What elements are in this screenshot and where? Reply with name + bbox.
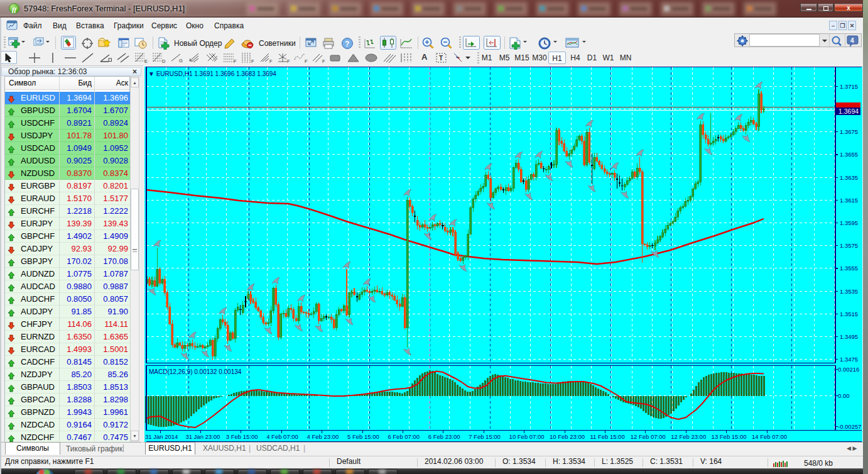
svg-text:3 Feb 15:00: 3 Feb 15:00 <box>226 433 258 440</box>
svg-text:1.3715: 1.3715 <box>840 83 858 90</box>
svg-text:11 Feb 15:00: 11 Feb 15:00 <box>590 433 624 440</box>
svg-text:31 Jan 2014: 31 Jan 2014 <box>145 433 178 440</box>
svg-text:?: ? <box>345 40 349 48</box>
svg-text:1.3535: 1.3535 <box>840 288 858 295</box>
svg-text:4: 4 <box>850 37 854 44</box>
svg-text:T: T <box>439 55 443 62</box>
svg-text:6 Feb 07:00: 6 Feb 07:00 <box>388 433 420 440</box>
svg-text:1.3635: 1.3635 <box>840 174 858 181</box>
svg-text:6 Feb 23:00: 6 Feb 23:00 <box>428 433 460 440</box>
svg-text:F: F <box>234 58 237 63</box>
svg-text:14 Feb 07:00: 14 Feb 07:00 <box>752 433 787 440</box>
svg-text:12 Feb 23:00: 12 Feb 23:00 <box>671 433 706 440</box>
svg-text:▼ EURUSD,H1 1.3691 1.3696 1.3: ▼ EURUSD,H1 1.3691 1.3696 1.3683 1.3694 <box>148 70 276 77</box>
svg-text:G: G <box>179 58 183 63</box>
svg-text:1.3595: 1.3595 <box>840 219 858 226</box>
svg-text:-0.00257: -0.00257 <box>838 423 862 430</box>
svg-text:5 Feb 15:00: 5 Feb 15:00 <box>347 433 379 440</box>
svg-text:31 Jan 23:00: 31 Jan 23:00 <box>185 433 220 440</box>
svg-text:MACD(12,26,9) 0.00132 0.00134: MACD(12,26,9) 0.00132 0.00134 <box>149 368 242 375</box>
svg-text:E: E <box>144 58 148 63</box>
svg-text:1.3655: 1.3655 <box>840 151 858 158</box>
svg-text:1.3694: 1.3694 <box>838 107 859 115</box>
svg-text:4 Feb 07:00: 4 Feb 07:00 <box>266 433 298 440</box>
svg-text:7 Feb 15:00: 7 Feb 15:00 <box>469 433 501 440</box>
svg-text:F: F <box>305 58 308 63</box>
svg-text:4 Feb 23:00: 4 Feb 23:00 <box>307 433 339 440</box>
svg-text:0.00216: 0.00216 <box>838 366 859 373</box>
svg-text:1.3475: 1.3475 <box>840 356 858 363</box>
svg-text:F: F <box>287 58 290 63</box>
svg-text:F: F <box>251 58 254 63</box>
svg-text:0.00: 0.00 <box>838 392 850 399</box>
svg-text:12 Feb 07:00: 12 Feb 07:00 <box>631 433 666 440</box>
svg-text:10 Feb 07:00: 10 Feb 07:00 <box>509 433 545 440</box>
svg-text:1.3555: 1.3555 <box>840 265 858 272</box>
svg-text:10 Feb 23:00: 10 Feb 23:00 <box>550 433 585 440</box>
svg-text:F: F <box>322 58 325 63</box>
svg-text:D: D <box>162 58 166 63</box>
svg-text:1.3495: 1.3495 <box>840 333 858 340</box>
svg-text:1.3675: 1.3675 <box>840 128 858 135</box>
svg-text:1.3575: 1.3575 <box>840 242 858 249</box>
svg-text:13 Feb 15:00: 13 Feb 15:00 <box>712 433 747 440</box>
svg-text:F: F <box>269 58 273 63</box>
svg-text:1.3515: 1.3515 <box>840 311 858 317</box>
svg-text:1.3615: 1.3615 <box>840 197 858 204</box>
